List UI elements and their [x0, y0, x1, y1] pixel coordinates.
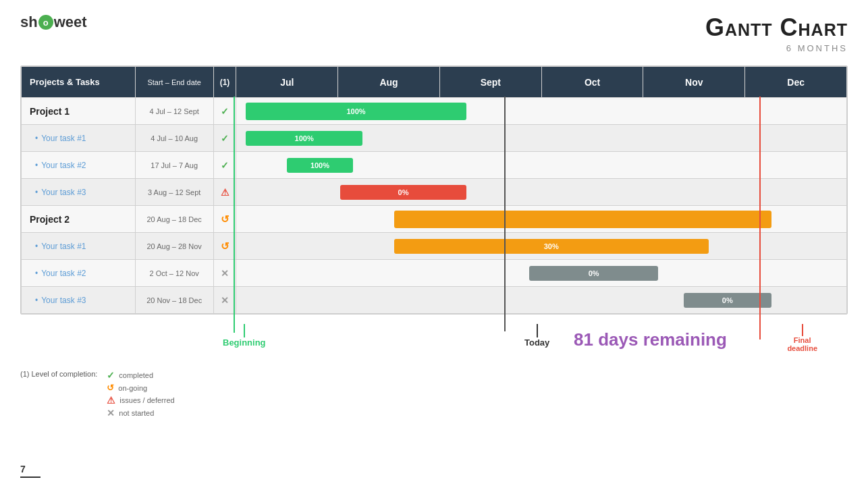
status-icon: ⚠ — [221, 187, 229, 198]
th-nov: Nov — [643, 67, 745, 98]
gantt-bar-5: 30% — [394, 239, 709, 254]
legend-ongoing-icon: ↺ — [107, 383, 114, 393]
legend-completed-label: completed — [119, 371, 153, 379]
bar-label-5: 30% — [544, 242, 559, 250]
status-icon: ↺ — [221, 240, 229, 252]
main-title: Gantt Chart — [705, 13, 848, 42]
th-sept: Sept — [439, 67, 541, 98]
bar-label-2: 100% — [310, 161, 329, 169]
row-bar-cell-6: 0% — [236, 260, 847, 287]
row-dates-4: 20 Aug – 18 Dec — [135, 206, 213, 233]
row-name-4: Project 2 — [22, 206, 136, 233]
row-dates-0: 4 Jul – 12 Sept — [135, 98, 213, 125]
row-status-6: ✕ — [213, 260, 236, 287]
page-number-line — [20, 477, 40, 478]
legend-issue-label: issues / deferred — [119, 396, 174, 404]
row-status-7: ✕ — [213, 287, 236, 314]
row-dates-7: 20 Nov – 18 Dec — [135, 287, 213, 314]
header: sh o weet Gantt Chart 6 Months — [20, 13, 848, 53]
row-status-1: ✓ — [213, 125, 236, 152]
annotation-today: Today — [524, 337, 549, 348]
row-status-5: ↺ — [213, 233, 236, 260]
bar-label-6: 0% — [589, 269, 599, 277]
gantt-bar-3: 0% — [340, 185, 466, 200]
page-number: 7 — [20, 464, 40, 474]
chart-wrapper: Projects & Tasks Start – End date (1) Ju… — [20, 65, 848, 315]
gantt-bar-7: 0% — [684, 293, 772, 308]
row-bar-cell-0: 100% — [236, 98, 847, 125]
row-name-1: Your task #1 — [22, 125, 136, 152]
legend-completed-icon: ✓ — [107, 370, 115, 381]
logo-text-sh: sh — [20, 13, 38, 31]
gantt-bar-1: 100% — [246, 131, 362, 146]
th-dec: Dec — [745, 67, 847, 98]
row-bar-cell-4 — [236, 206, 847, 233]
row-name-6: Your task #2 — [22, 260, 136, 287]
gantt-table: Projects & Tasks Start – End date (1) Ju… — [21, 66, 847, 314]
annotation-deadline: Finaldeadline — [787, 336, 817, 352]
row-name-5: Your task #1 — [22, 233, 136, 260]
legend-items: ✓ completed ↺ on-going ⚠ issues / deferr… — [107, 370, 174, 418]
row-status-4: ↺ — [213, 206, 236, 233]
annotation-beginning: Beginning — [223, 337, 266, 348]
row-name-2: Your task #2 — [22, 152, 136, 179]
logo-text-weet: weet — [54, 13, 87, 31]
legend-title: (1) Level of completion: — [20, 370, 97, 378]
page: sh o weet Gantt Chart 6 Months — [0, 0, 868, 490]
subtitle: 6 Months — [705, 43, 848, 53]
status-icon: ✕ — [221, 268, 229, 279]
bar-label-3: 0% — [398, 188, 409, 196]
gantt-bar-0: 100% — [246, 103, 466, 120]
row-bar-cell-5: 30% — [236, 233, 847, 260]
row-bar-cell-1: 100% — [236, 125, 847, 152]
title-area: Gantt Chart 6 Months — [705, 13, 848, 53]
th-status: (1) — [213, 67, 236, 98]
legend-not-started: ✕ not started — [107, 408, 174, 418]
th-start-end: Start – End date — [135, 67, 213, 98]
row-dates-2: 17 Jul – 7 Aug — [135, 152, 213, 179]
row-dates-3: 3 Aug – 12 Sept — [135, 179, 213, 206]
row-dates-5: 20 Aug – 28 Nov — [135, 233, 213, 260]
row-status-2: ✓ — [213, 152, 236, 179]
logo: sh o weet — [20, 13, 87, 31]
legend-ongoing: ↺ on-going — [107, 383, 174, 393]
legend-not-started-icon: ✕ — [107, 408, 115, 418]
row-name-0: Project 1 — [22, 98, 136, 125]
gantt-bar-2: 100% — [287, 158, 353, 173]
legend-issue-icon: ⚠ — [107, 395, 115, 406]
logo-dot: o — [38, 15, 53, 30]
gantt-bar-4 — [394, 211, 772, 228]
bar-label-1: 100% — [295, 134, 314, 142]
status-icon: ✓ — [221, 133, 229, 144]
row-name-7: Your task #3 — [22, 287, 136, 314]
legend-not-started-label: not started — [119, 409, 154, 417]
status-icon: ↺ — [221, 213, 229, 225]
row-bar-cell-3: 0% — [236, 179, 847, 206]
legend-completed: ✓ completed — [107, 370, 174, 381]
bar-label-0: 100% — [347, 107, 366, 115]
status-icon: ✓ — [221, 106, 229, 117]
th-aug: Aug — [338, 67, 440, 98]
th-jul: Jul — [236, 67, 338, 98]
th-projects-tasks: Projects & Tasks — [22, 67, 136, 98]
status-icon: ✓ — [221, 160, 229, 171]
annotation-remaining: 81 days remaining — [574, 329, 727, 350]
row-status-3: ⚠ — [213, 179, 236, 206]
row-status-0: ✓ — [213, 98, 236, 125]
page-number-area: 7 — [20, 464, 40, 478]
legend-ongoing-label: on-going — [118, 384, 147, 392]
chart-container: Projects & Tasks Start – End date (1) Ju… — [20, 65, 848, 364]
gantt-bar-6: 0% — [529, 266, 658, 281]
bar-label-7: 0% — [722, 296, 733, 304]
row-name-3: Your task #3 — [22, 179, 136, 206]
status-icon: ✕ — [221, 295, 229, 306]
legend-issue: ⚠ issues / deferred — [107, 395, 174, 406]
row-dates-1: 4 Jul – 10 Aug — [135, 125, 213, 152]
row-bar-cell-7: 0% — [236, 287, 847, 314]
row-bar-cell-2: 100% — [236, 152, 847, 179]
row-dates-6: 2 Oct – 12 Nov — [135, 260, 213, 287]
legend: (1) Level of completion: ✓ completed ↺ o… — [20, 370, 848, 418]
th-oct: Oct — [541, 67, 643, 98]
